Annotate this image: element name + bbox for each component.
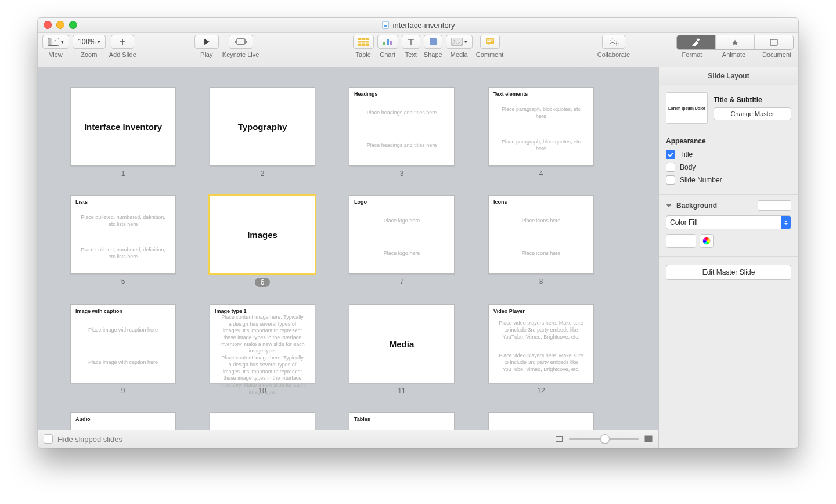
background-label: Background	[676, 201, 753, 210]
zoom-select[interactable]: 100% ▾	[73, 35, 106, 49]
slide-cell: Text elementsPlace paragraph, blockquote…	[488, 87, 594, 178]
slide-cell: IconsPlace icons herePlace icons here8	[488, 195, 594, 287]
select-arrows-icon	[781, 216, 791, 229]
slide-thumbnail[interactable]: Images	[210, 195, 315, 274]
add-slide-button[interactable]	[111, 35, 134, 49]
insert-text-button[interactable]	[402, 35, 420, 49]
background-color-well[interactable]	[666, 234, 696, 248]
document-icon	[381, 21, 390, 29]
play-button[interactable]	[194, 35, 219, 49]
slide-cell: Video PlayerPlace video players here. Ma…	[488, 304, 594, 395]
view-label: View	[49, 51, 63, 58]
slide-thumbnail[interactable]: Image type 1Place content image here. Ty…	[210, 304, 315, 383]
svg-rect-5	[358, 38, 369, 46]
insert-table-button[interactable]	[353, 35, 374, 49]
slide-cell: Images6	[210, 195, 315, 287]
thumbnail-small-icon[interactable]	[555, 435, 563, 443]
window-title: interface-inventory	[393, 21, 455, 30]
zoom-label: Zoom	[81, 51, 97, 58]
color-picker-button[interactable]	[700, 234, 714, 248]
keynote-live-button[interactable]	[229, 35, 253, 49]
view-button[interactable]: ▾	[42, 35, 69, 49]
slide-number: 7	[400, 278, 404, 286]
slide-thumbnail[interactable]: Interface Inventory	[70, 87, 176, 166]
slide-grid-canvas[interactable]: Interface Inventory1Typography2HeadingsP…	[38, 67, 658, 448]
slide-number-checkbox[interactable]	[666, 175, 675, 185]
window-zoom-button[interactable]	[69, 21, 77, 29]
window-minimize-button[interactable]	[56, 21, 64, 29]
slide-number: 5	[121, 278, 125, 286]
slide-body: Place paragraph, blockquotes, etc here	[493, 129, 589, 162]
tab-animate[interactable]	[716, 35, 755, 49]
insert-shape-button[interactable]	[424, 35, 442, 49]
slide-number: 1	[121, 170, 125, 178]
slide-number: 3	[400, 170, 404, 178]
slide-heading: Image type 1	[215, 308, 310, 314]
svg-rect-16	[770, 39, 777, 45]
slide-cell: Interface Inventory1	[70, 87, 176, 178]
slide-body: Place video players here. Make sure to i…	[493, 347, 589, 379]
slide-body: Place headings and titles here	[354, 129, 449, 162]
slide-heading: Headings	[354, 91, 449, 97]
svg-rect-7	[387, 39, 389, 45]
canvas-footer: Hide skipped slides	[38, 430, 658, 448]
table-label: Table	[356, 51, 371, 58]
hide-skipped-checkbox[interactable]	[44, 434, 53, 444]
change-master-button[interactable]: Change Master	[714, 107, 791, 120]
title-checkbox[interactable]	[666, 150, 675, 159]
inspector-panel: Slide Layout Lorem Ipsum Dolor Title & S…	[658, 67, 798, 448]
background-swatch[interactable]	[758, 200, 791, 211]
slide-number: 9	[121, 387, 125, 395]
slide-cell: LogoPlace logo herePlace logo here7	[349, 195, 455, 287]
text-label: Text	[405, 51, 417, 58]
zoom-value: 100%	[78, 38, 96, 46]
slide-heading: Tables	[354, 416, 449, 422]
thumbnail-size-slider[interactable]	[569, 438, 639, 440]
collaborate-label: Collaborate	[597, 51, 630, 58]
slide-title: Images	[215, 199, 310, 270]
slide-thumbnail[interactable]: Image with captionPlace image with capti…	[70, 304, 176, 383]
comment-button[interactable]	[480, 35, 500, 49]
body-checkbox[interactable]	[666, 163, 675, 172]
slide-body: Place content image here. Typically a de…	[215, 314, 310, 355]
thumbnail-large-icon[interactable]	[644, 435, 653, 443]
slide-cell: Media11	[349, 304, 455, 395]
play-label: Play	[200, 51, 212, 58]
slide-number: 12	[537, 387, 545, 395]
master-thumbnail[interactable]: Lorem Ipsum Dolor	[666, 92, 708, 124]
slide-thumbnail[interactable]: HeadingsPlace headings and titles herePl…	[349, 87, 455, 166]
slide-title: Media	[354, 308, 449, 379]
slide-body: Place video players here. Make sure to i…	[493, 314, 589, 347]
fill-type-select[interactable]: Color Fill	[666, 215, 791, 229]
slide-number: 8	[539, 278, 543, 286]
edit-master-slide-button[interactable]: Edit Master Slide	[666, 265, 791, 280]
slide-thumbnail[interactable]: LogoPlace logo herePlace logo here	[349, 195, 455, 274]
slide-thumbnail[interactable]: ListsPlace bulleted, numbered, definitio…	[70, 195, 176, 274]
slide-cell: Image type 1Place content image here. Ty…	[210, 304, 315, 395]
collaborate-button[interactable]	[602, 35, 625, 49]
slide-body: Place icons here	[493, 205, 589, 237]
slide-number: 4	[539, 170, 543, 178]
slide-thumbnail[interactable]: Text elementsPlace paragraph, blockquote…	[488, 87, 594, 166]
slide-thumbnail[interactable]: Typography	[210, 87, 315, 166]
slide-body: Place image with caption here	[75, 314, 171, 347]
insert-media-button[interactable]: ▾	[446, 35, 473, 49]
svg-rect-9	[430, 38, 437, 45]
tab-format[interactable]	[677, 35, 716, 49]
slide-thumbnail[interactable]: Media	[349, 304, 455, 383]
slide-number-checkbox-label: Slide Number	[680, 176, 722, 184]
window-close-button[interactable]	[44, 21, 52, 29]
background-disclosure-icon[interactable]	[666, 204, 672, 207]
svg-point-13	[611, 39, 614, 42]
app-window: interface-inventory ▾ View 100% ▾ Zoom	[37, 17, 799, 448]
animate-label: Animate	[718, 51, 749, 58]
slide-body: Place bulleted, numbered, definition, et…	[75, 237, 171, 270]
color-wheel-icon	[702, 237, 711, 245]
insert-chart-button[interactable]	[377, 35, 398, 49]
slide-thumbnail[interactable]: Video PlayerPlace video players here. Ma…	[488, 304, 594, 383]
slide-thumbnail[interactable]: IconsPlace icons herePlace icons here	[488, 195, 594, 274]
title-checkbox-label: Title	[680, 150, 693, 159]
tab-document[interactable]	[755, 35, 793, 49]
shape-label: Shape	[424, 51, 442, 58]
slide-cell: Typography2	[210, 87, 315, 178]
